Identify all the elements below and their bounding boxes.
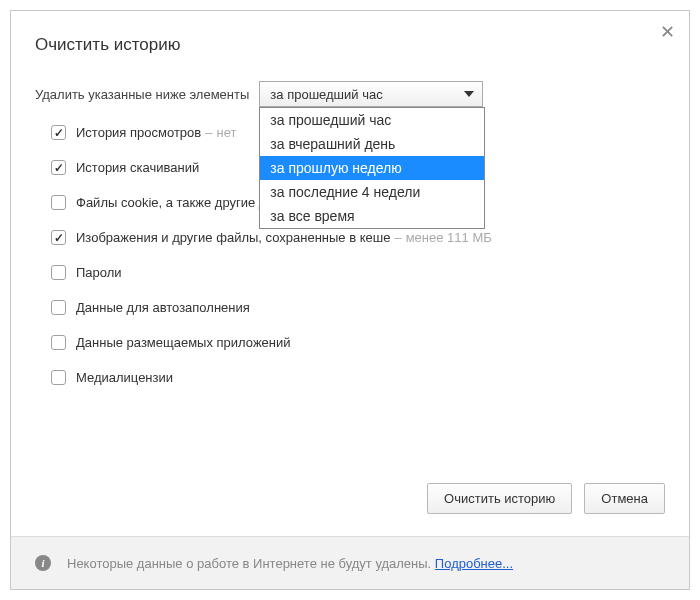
dropdown-item-day[interactable]: за вчерашний день: [260, 132, 484, 156]
checkbox-cookies[interactable]: [51, 195, 66, 210]
time-range-dropdown: за прошедший час за вчерашний день за пр…: [259, 107, 485, 229]
item-label: Изображения и другие файлы, сохраненные …: [76, 230, 390, 245]
chevron-down-icon: [464, 91, 474, 97]
item-suffix: менее 111 МБ: [406, 230, 492, 245]
dash: –: [394, 230, 401, 245]
time-range-label: Удалить указанные ниже элементы: [35, 87, 249, 102]
checkbox-hosted-apps[interactable]: [51, 335, 66, 350]
clear-button[interactable]: Очистить историю: [427, 483, 572, 514]
dialog-content: Очистить историю Удалить указанные ниже …: [11, 11, 689, 483]
item-label: Медиалицензии: [76, 370, 173, 385]
time-range-row: Удалить указанные ниже элементы за проше…: [35, 81, 665, 107]
list-item: Данные размещаемых приложений: [51, 335, 665, 350]
close-icon[interactable]: ✕: [660, 21, 675, 43]
dropdown-item-week[interactable]: за прошлую неделю: [260, 156, 484, 180]
item-label: Данные размещаемых приложений: [76, 335, 291, 350]
dialog-footer: i Некоторые данные о работе в Интернете …: [11, 536, 689, 589]
item-label: История просмотров: [76, 125, 201, 140]
time-range-select[interactable]: за прошедший час за прошедший час за вче…: [259, 81, 483, 107]
clear-history-dialog: ✕ Очистить историю Удалить указанные ниж…: [10, 10, 690, 590]
checkbox-cached-images[interactable]: [51, 230, 66, 245]
checkbox-browsing-history[interactable]: [51, 125, 66, 140]
dropdown-item-all[interactable]: за все время: [260, 204, 484, 228]
dropdown-item-4weeks[interactable]: за последние 4 недели: [260, 180, 484, 204]
footer-text: Некоторые данные о работе в Интернете не…: [67, 556, 513, 571]
list-item: Пароли: [51, 265, 665, 280]
page-title: Очистить историю: [35, 35, 665, 55]
item-label: Данные для автозаполнения: [76, 300, 250, 315]
checkbox-download-history[interactable]: [51, 160, 66, 175]
item-label: История скачиваний: [76, 160, 199, 175]
learn-more-link[interactable]: Подробнее...: [435, 556, 513, 571]
checkbox-autofill[interactable]: [51, 300, 66, 315]
dialog-buttons: Очистить историю Отмена: [11, 483, 689, 536]
item-label: Файлы cookie, а также другие д: [76, 195, 266, 210]
info-icon: i: [35, 555, 51, 571]
list-item: Данные для автозаполнения: [51, 300, 665, 315]
list-item: Медиалицензии: [51, 370, 665, 385]
checkbox-passwords[interactable]: [51, 265, 66, 280]
cancel-button[interactable]: Отмена: [584, 483, 665, 514]
time-range-value: за прошедший час: [270, 87, 382, 102]
checkbox-media-licenses[interactable]: [51, 370, 66, 385]
list-item: Изображения и другие файлы, сохраненные …: [51, 230, 665, 245]
footer-message: Некоторые данные о работе в Интернете не…: [67, 556, 435, 571]
item-suffix: нет: [216, 125, 236, 140]
dash: –: [205, 125, 212, 140]
dropdown-item-hour[interactable]: за прошедший час: [260, 108, 484, 132]
item-label: Пароли: [76, 265, 122, 280]
